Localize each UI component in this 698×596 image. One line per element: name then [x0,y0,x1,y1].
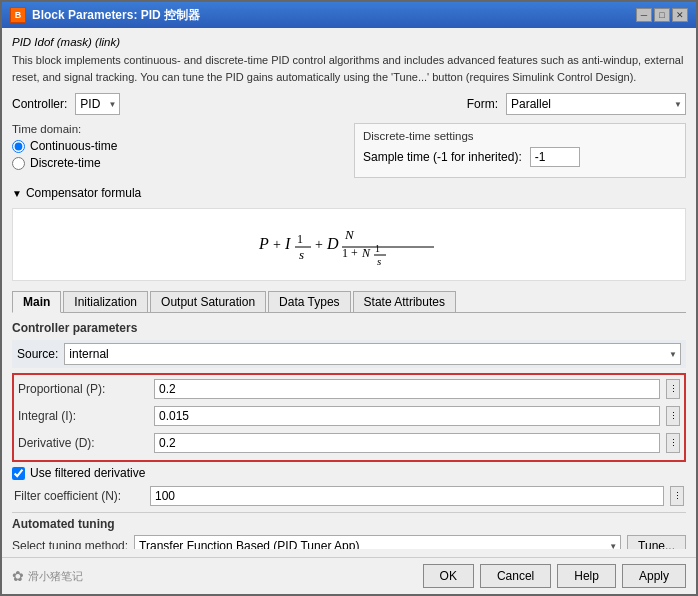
form-select-wrapper[interactable]: Parallel [506,93,686,115]
filter-label: Filter coefficient (N): [14,489,144,503]
proportional-input[interactable] [154,379,660,399]
integral-input[interactable] [154,406,660,426]
controller-form-row: Controller: PID Form: Parallel [12,93,686,115]
derivative-input[interactable] [154,433,660,453]
watermark-icon: ✿ [12,568,24,584]
svg-text:I: I [284,235,291,252]
tab-data-types[interactable]: Data Types [268,291,350,312]
svg-text:+: + [315,237,323,252]
sample-time-input[interactable] [530,147,580,167]
source-label: Source: [17,347,58,361]
maximize-button[interactable]: □ [654,8,670,22]
sample-time-row: Sample time (-1 for inherited): [363,147,677,167]
tab-state-attributes[interactable]: State Attributes [353,291,456,312]
description: This block implements continuous- and di… [12,52,686,85]
svg-text:N: N [344,227,355,242]
controller-select[interactable]: PID [75,93,120,115]
proportional-menu[interactable]: ⋮ [666,379,680,399]
integral-label: Integral (I): [18,409,148,423]
cancel-button[interactable]: Cancel [480,564,551,588]
tune-button[interactable]: Tune... [627,535,686,549]
source-row: Source: internal [12,340,686,368]
derivative-label: Derivative (D): [18,436,148,450]
main-window: B Block Parameters: PID 控制器 ─ □ ✕ PID Id… [0,0,698,596]
tab-initialization[interactable]: Initialization [63,291,148,312]
subtitle: PID Idof (mask) (link) [12,36,686,48]
svg-text:P: P [258,235,269,252]
ok-button[interactable]: OK [423,564,474,588]
use-filtered-checkbox[interactable] [12,467,25,480]
controller-label: Controller: [12,97,67,111]
window-title: Block Parameters: PID 控制器 [32,7,200,24]
controller-select-wrapper[interactable]: PID [75,93,120,115]
tune-select[interactable]: Transfer Function Based (PID Tuner App) [134,535,621,549]
left-col: Time domain: Continuous-time Discrete-ti… [12,123,344,178]
svg-text:1: 1 [297,232,303,246]
watermark-text: 滑小猪笔记 [28,569,83,584]
formula-svg: P + I 1 s + D N 1 + N [249,217,449,272]
svg-text:1: 1 [342,246,348,260]
tune-row: Select tuning method: Transfer Function … [12,535,686,549]
svg-text:N: N [361,246,371,260]
integral-row: Integral (I): ⋮ [16,404,682,428]
minimize-button[interactable]: ─ [636,8,652,22]
discrete-time-radio[interactable] [12,157,25,170]
method-label: Select tuning method: [12,539,128,549]
close-button[interactable]: ✕ [672,8,688,22]
derivative-row: Derivative (D): ⋮ [16,431,682,455]
discrete-settings-title: Discrete-time settings [363,130,677,142]
svg-text:s: s [299,247,304,262]
titlebar-left: B Block Parameters: PID 控制器 [10,7,200,24]
continuous-time-option[interactable]: Continuous-time [12,139,344,153]
highlighted-params-group: Proportional (P): ⋮ Integral (I): ⋮ Deri… [12,373,686,462]
svg-text:+: + [273,237,281,252]
tabs-bar: Main Initialization Output Saturation Da… [12,291,686,313]
proportional-row: Proportional (P): ⋮ [16,377,682,401]
integral-menu[interactable]: ⋮ [666,406,680,426]
form-label: Form: [467,97,498,111]
source-select-wrapper[interactable]: internal [64,343,681,365]
compensator-section-header: ▼ Compensator formula [12,186,686,200]
right-col: Discrete-time settings Sample time (-1 f… [354,123,686,178]
tab-output-saturation[interactable]: Output Saturation [150,291,266,312]
titlebar-buttons: ─ □ ✕ [636,8,688,22]
controller-params-title: Controller parameters [12,321,686,335]
discrete-time-label: Discrete-time [30,156,101,170]
tab-main[interactable]: Main [12,291,61,313]
filter-input[interactable] [150,486,664,506]
tune-select-wrapper[interactable]: Transfer Function Based (PID Tuner App) [134,535,621,549]
divider [12,512,686,513]
bottom-left: ✿ 滑小猪笔记 [12,568,83,584]
titlebar: B Block Parameters: PID 控制器 ─ □ ✕ [2,2,696,28]
compensator-label: Compensator formula [26,186,141,200]
help-button[interactable]: Help [557,564,616,588]
collapse-arrow[interactable]: ▼ [12,188,22,199]
filter-row: Filter coefficient (N): ⋮ [12,484,686,508]
continuous-time-label: Continuous-time [30,139,117,153]
content-area: PID Idof (mask) (link) This block implem… [2,28,696,557]
two-col-section: Time domain: Continuous-time Discrete-ti… [12,123,686,178]
radio-group: Continuous-time Discrete-time [12,139,344,170]
filter-menu[interactable]: ⋮ [670,486,684,506]
discrete-settings: Discrete-time settings Sample time (-1 f… [354,123,686,178]
time-domain-label: Time domain: [12,123,344,135]
derivative-menu[interactable]: ⋮ [666,433,680,453]
proportional-label: Proportional (P): [18,382,148,396]
svg-text:1: 1 [375,243,380,254]
source-select[interactable]: internal [64,343,681,365]
continuous-time-radio[interactable] [12,140,25,153]
form-select[interactable]: Parallel [506,93,686,115]
sample-time-label: Sample time (-1 for inherited): [363,150,522,164]
apply-button[interactable]: Apply [622,564,686,588]
formula-area: P + I 1 s + D N 1 + N [12,208,686,281]
automated-title: Automated tuning [12,517,686,531]
svg-text:+: + [351,246,358,260]
use-filtered-row: Use filtered derivative [12,466,686,480]
bottom-bar: ✿ 滑小猪笔记 OK Cancel Help Apply [2,557,696,594]
window-icon: B [10,7,26,23]
svg-text:D: D [326,235,339,252]
svg-text:s: s [377,255,381,267]
automated-section: Automated tuning Select tuning method: T… [12,517,686,549]
main-panel: Controller parameters Source: internal P… [12,321,686,549]
discrete-time-option[interactable]: Discrete-time [12,156,344,170]
